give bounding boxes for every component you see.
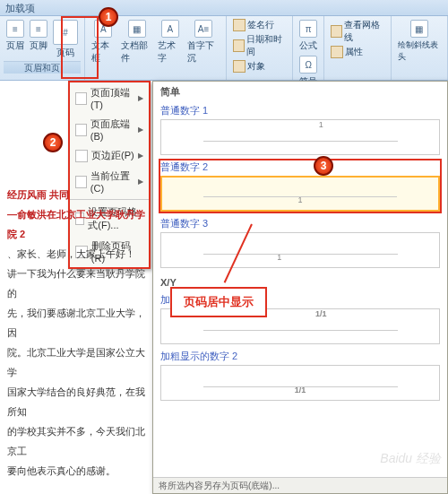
wordart-button[interactable]: A艺术字 [155,18,185,66]
doc-text: 国家大学结合的良好典范，在我所知 [7,382,145,421]
gallery-item-plain1[interactable]: 普通数字 1 1 [160,104,440,155]
chevron-right-icon: ▶ [138,126,143,134]
ribbon: ≡页眉 ≡页脚 #页码 页眉和页 A文本框 ▦文档部件 A艺术字 A≡首字下沉 … [0,16,448,81]
annotation-badge-2: 2 [43,133,63,152]
pagenum-button[interactable]: #页码 [50,18,81,61]
footer-button[interactable]: ≡页脚 [27,18,50,61]
chevron-right-icon: ▶ [138,152,143,160]
chevron-right-icon: ▶ [138,94,143,102]
doc-text: 要向他表示真心的感谢。 [7,461,145,481]
group-label-headerfooter: 页眉和页 [4,61,81,74]
dd-page-bottom[interactable]: 页面底端(B)▶ [70,114,149,145]
dd-page-top[interactable]: 页面顶端(T)▶ [70,82,149,114]
document-body: 经历风雨 共同 —俞敏洪在北京工业大学耿丹学院 2 、家长、老师，大家上午好！ … [0,179,152,486]
dropcap-button[interactable]: A≡首字下沉 [185,18,222,66]
doc-subtitle: —俞敏洪在北京工业大学耿丹学院 2 [7,204,145,244]
annotation-badge-3: 3 [314,156,333,176]
gallery-save-selection[interactable]: 将所选内容另存为页码(底端)... [153,477,447,493]
drawtable-button[interactable]: ▦绘制斜线表头 [395,18,444,65]
watermark: Baidu 经验 [380,451,441,467]
doc-text: 、家长、老师，大家上午好！ [7,244,145,264]
window-titlebar: 加载项 [0,0,448,16]
doc-text: 先，我们要感谢北京工业大学，因 [7,303,145,342]
object-button[interactable]: 对象 [230,59,289,74]
gallery-item-plain2[interactable]: 普通数字 2 1 [160,160,440,212]
docparts-button[interactable]: ▦文档部件 [118,18,156,66]
doc-text: 院。北京工业大学是国家公立大学 [7,342,145,382]
viewgrid-button[interactable]: 查看网格线 [328,18,386,45]
doc-text: 的学校其实并不多，今天我们北京工 [7,421,145,461]
datetime-button[interactable]: 日期和时间 [230,32,289,59]
doc-text: 讲一下我为什么要来当耿丹学院的 [7,264,145,303]
tab-addins[interactable]: 加载项 [5,3,35,13]
annotation-badge-1: 1 [99,7,118,27]
gallery-item-plain3[interactable]: 普通数字 3 1 [160,217,440,268]
dd-page-margin[interactable]: 页边距(P)▶ [70,145,149,166]
equation-button[interactable]: π公式 [297,18,320,54]
doc-title: 经历风雨 共同 [7,185,145,204]
gallery-item-bold2[interactable]: 加粗显示的数字 2 1/1 [160,350,440,401]
gallery-section-simple: 简单 [153,82,447,102]
signature-button[interactable]: 签名行 [230,18,289,32]
props-button[interactable]: 属性 [328,45,386,59]
header-button[interactable]: ≡页眉 [4,18,27,61]
annotation-callout: 页码居中显示 [170,287,267,317]
